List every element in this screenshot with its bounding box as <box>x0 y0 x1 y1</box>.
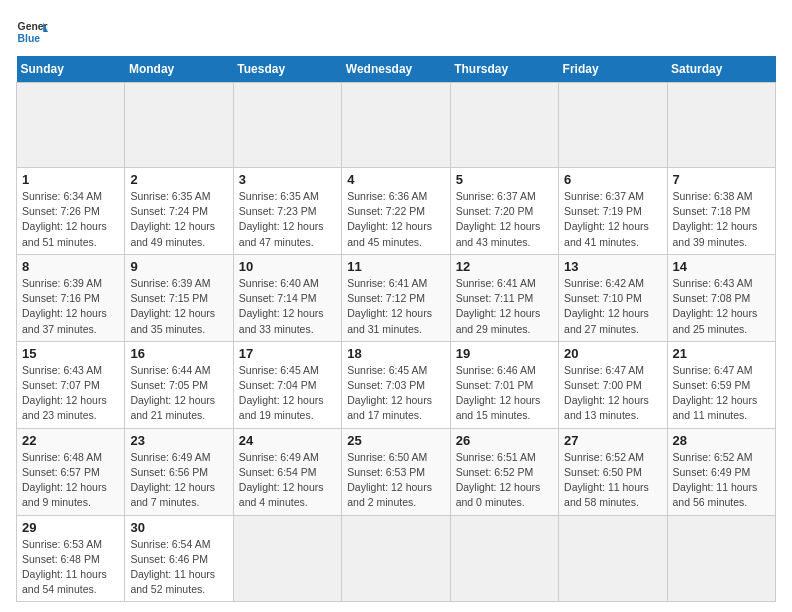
cell-content: Sunrise: 6:45 AMSunset: 7:04 PMDaylight:… <box>239 364 324 422</box>
day-number: 30 <box>130 520 227 535</box>
calendar-cell: 26Sunrise: 6:51 AMSunset: 6:52 PMDayligh… <box>450 428 558 515</box>
week-row-0 <box>17 83 776 168</box>
calendar-cell <box>667 83 775 168</box>
cell-content: Sunrise: 6:48 AMSunset: 6:57 PMDaylight:… <box>22 451 107 509</box>
cell-content: Sunrise: 6:47 AMSunset: 6:59 PMDaylight:… <box>673 364 758 422</box>
day-number: 19 <box>456 346 553 361</box>
cell-content: Sunrise: 6:46 AMSunset: 7:01 PMDaylight:… <box>456 364 541 422</box>
day-number: 11 <box>347 259 444 274</box>
calendar-cell: 22Sunrise: 6:48 AMSunset: 6:57 PMDayligh… <box>17 428 125 515</box>
calendar-cell <box>559 515 667 602</box>
calendar-cell <box>233 515 341 602</box>
day-number: 28 <box>673 433 770 448</box>
day-number: 15 <box>22 346 119 361</box>
day-number: 8 <box>22 259 119 274</box>
day-number: 21 <box>673 346 770 361</box>
calendar-cell: 14Sunrise: 6:43 AMSunset: 7:08 PMDayligh… <box>667 254 775 341</box>
calendar-cell <box>125 83 233 168</box>
cell-content: Sunrise: 6:51 AMSunset: 6:52 PMDaylight:… <box>456 451 541 509</box>
cell-content: Sunrise: 6:36 AMSunset: 7:22 PMDaylight:… <box>347 190 432 248</box>
col-tuesday: Tuesday <box>233 56 341 83</box>
day-number: 24 <box>239 433 336 448</box>
week-row-3: 15Sunrise: 6:43 AMSunset: 7:07 PMDayligh… <box>17 341 776 428</box>
calendar-cell <box>450 515 558 602</box>
cell-content: Sunrise: 6:43 AMSunset: 7:07 PMDaylight:… <box>22 364 107 422</box>
calendar-cell <box>233 83 341 168</box>
calendar-cell <box>342 515 450 602</box>
week-row-2: 8Sunrise: 6:39 AMSunset: 7:16 PMDaylight… <box>17 254 776 341</box>
col-friday: Friday <box>559 56 667 83</box>
day-number: 13 <box>564 259 661 274</box>
calendar-cell: 15Sunrise: 6:43 AMSunset: 7:07 PMDayligh… <box>17 341 125 428</box>
calendar-cell: 10Sunrise: 6:40 AMSunset: 7:14 PMDayligh… <box>233 254 341 341</box>
cell-content: Sunrise: 6:54 AMSunset: 6:46 PMDaylight:… <box>130 538 215 596</box>
calendar-cell: 16Sunrise: 6:44 AMSunset: 7:05 PMDayligh… <box>125 341 233 428</box>
cell-content: Sunrise: 6:47 AMSunset: 7:00 PMDaylight:… <box>564 364 649 422</box>
cell-content: Sunrise: 6:42 AMSunset: 7:10 PMDaylight:… <box>564 277 649 335</box>
calendar-cell: 12Sunrise: 6:41 AMSunset: 7:11 PMDayligh… <box>450 254 558 341</box>
cell-content: Sunrise: 6:41 AMSunset: 7:11 PMDaylight:… <box>456 277 541 335</box>
calendar-cell: 5Sunrise: 6:37 AMSunset: 7:20 PMDaylight… <box>450 168 558 255</box>
day-number: 7 <box>673 172 770 187</box>
cell-content: Sunrise: 6:49 AMSunset: 6:56 PMDaylight:… <box>130 451 215 509</box>
calendar-cell: 30Sunrise: 6:54 AMSunset: 6:46 PMDayligh… <box>125 515 233 602</box>
day-number: 6 <box>564 172 661 187</box>
cell-content: Sunrise: 6:50 AMSunset: 6:53 PMDaylight:… <box>347 451 432 509</box>
calendar-cell: 29Sunrise: 6:53 AMSunset: 6:48 PMDayligh… <box>17 515 125 602</box>
svg-text:Blue: Blue <box>18 33 41 44</box>
cell-content: Sunrise: 6:41 AMSunset: 7:12 PMDaylight:… <box>347 277 432 335</box>
cell-content: Sunrise: 6:35 AMSunset: 7:23 PMDaylight:… <box>239 190 324 248</box>
calendar-cell: 27Sunrise: 6:52 AMSunset: 6:50 PMDayligh… <box>559 428 667 515</box>
calendar-cell <box>450 83 558 168</box>
calendar-cell <box>342 83 450 168</box>
calendar-cell: 23Sunrise: 6:49 AMSunset: 6:56 PMDayligh… <box>125 428 233 515</box>
cell-content: Sunrise: 6:52 AMSunset: 6:49 PMDaylight:… <box>673 451 758 509</box>
calendar-cell: 11Sunrise: 6:41 AMSunset: 7:12 PMDayligh… <box>342 254 450 341</box>
calendar-cell: 17Sunrise: 6:45 AMSunset: 7:04 PMDayligh… <box>233 341 341 428</box>
calendar-cell: 28Sunrise: 6:52 AMSunset: 6:49 PMDayligh… <box>667 428 775 515</box>
day-number: 25 <box>347 433 444 448</box>
day-number: 17 <box>239 346 336 361</box>
day-number: 20 <box>564 346 661 361</box>
calendar-cell: 19Sunrise: 6:46 AMSunset: 7:01 PMDayligh… <box>450 341 558 428</box>
calendar-cell <box>17 83 125 168</box>
day-number: 9 <box>130 259 227 274</box>
calendar-cell <box>559 83 667 168</box>
week-row-5: 29Sunrise: 6:53 AMSunset: 6:48 PMDayligh… <box>17 515 776 602</box>
cell-content: Sunrise: 6:35 AMSunset: 7:24 PMDaylight:… <box>130 190 215 248</box>
week-row-4: 22Sunrise: 6:48 AMSunset: 6:57 PMDayligh… <box>17 428 776 515</box>
calendar-cell: 20Sunrise: 6:47 AMSunset: 7:00 PMDayligh… <box>559 341 667 428</box>
day-number: 22 <box>22 433 119 448</box>
day-number: 16 <box>130 346 227 361</box>
day-number: 1 <box>22 172 119 187</box>
calendar-cell: 8Sunrise: 6:39 AMSunset: 7:16 PMDaylight… <box>17 254 125 341</box>
col-thursday: Thursday <box>450 56 558 83</box>
day-number: 29 <box>22 520 119 535</box>
day-number: 12 <box>456 259 553 274</box>
day-number: 18 <box>347 346 444 361</box>
cell-content: Sunrise: 6:52 AMSunset: 6:50 PMDaylight:… <box>564 451 649 509</box>
day-number: 10 <box>239 259 336 274</box>
cell-content: Sunrise: 6:38 AMSunset: 7:18 PMDaylight:… <box>673 190 758 248</box>
calendar-cell: 13Sunrise: 6:42 AMSunset: 7:10 PMDayligh… <box>559 254 667 341</box>
week-row-1: 1Sunrise: 6:34 AMSunset: 7:26 PMDaylight… <box>17 168 776 255</box>
page-header: General Blue <box>16 16 776 48</box>
day-number: 3 <box>239 172 336 187</box>
cell-content: Sunrise: 6:44 AMSunset: 7:05 PMDaylight:… <box>130 364 215 422</box>
cell-content: Sunrise: 6:39 AMSunset: 7:15 PMDaylight:… <box>130 277 215 335</box>
cell-content: Sunrise: 6:45 AMSunset: 7:03 PMDaylight:… <box>347 364 432 422</box>
day-number: 27 <box>564 433 661 448</box>
day-number: 14 <box>673 259 770 274</box>
calendar-header-row: SundayMondayTuesdayWednesdayThursdayFrid… <box>17 56 776 83</box>
day-number: 26 <box>456 433 553 448</box>
calendar-cell: 24Sunrise: 6:49 AMSunset: 6:54 PMDayligh… <box>233 428 341 515</box>
logo-icon: General Blue <box>16 16 48 48</box>
cell-content: Sunrise: 6:53 AMSunset: 6:48 PMDaylight:… <box>22 538 107 596</box>
cell-content: Sunrise: 6:37 AMSunset: 7:19 PMDaylight:… <box>564 190 649 248</box>
calendar-cell: 4Sunrise: 6:36 AMSunset: 7:22 PMDaylight… <box>342 168 450 255</box>
calendar-cell: 1Sunrise: 6:34 AMSunset: 7:26 PMDaylight… <box>17 168 125 255</box>
cell-content: Sunrise: 6:40 AMSunset: 7:14 PMDaylight:… <box>239 277 324 335</box>
cell-content: Sunrise: 6:34 AMSunset: 7:26 PMDaylight:… <box>22 190 107 248</box>
col-monday: Monday <box>125 56 233 83</box>
cell-content: Sunrise: 6:39 AMSunset: 7:16 PMDaylight:… <box>22 277 107 335</box>
